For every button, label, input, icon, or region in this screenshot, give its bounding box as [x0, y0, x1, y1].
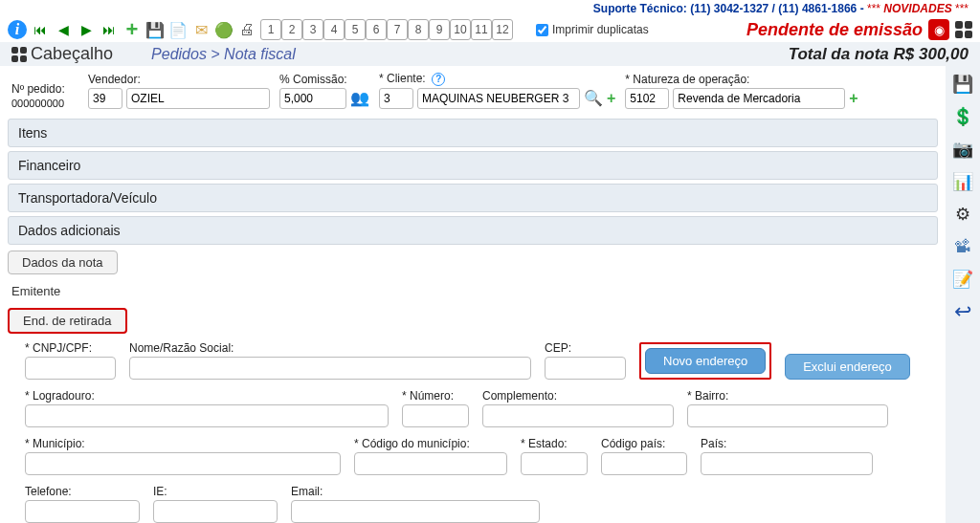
accordion-transportadora[interactable]: Transportadora/Veículo	[8, 184, 938, 212]
npedido-label: Nº pedido:	[11, 82, 78, 96]
first-icon[interactable]: ⏮	[31, 20, 50, 39]
cep-input[interactable]	[545, 357, 626, 380]
save-icon[interactable]: 💾	[145, 20, 165, 39]
camera-side-icon[interactable]: 📷	[950, 137, 975, 162]
imprimir-duplicatas-checkbox[interactable]: Imprimir duplicatas	[536, 23, 649, 36]
add-icon[interactable]: +	[122, 20, 142, 39]
info-icon[interactable]: i	[8, 20, 27, 39]
numbox-9[interactable]: 9	[429, 19, 450, 40]
comissao-input[interactable]	[279, 88, 346, 109]
npedido-value: 000000000	[11, 98, 78, 109]
last-icon[interactable]: ⏭	[100, 20, 119, 39]
print-icon[interactable]: 🖨	[237, 20, 256, 39]
vendedor-name-input[interactable]	[126, 88, 270, 109]
vendedor-label: Vendedor:	[88, 73, 270, 86]
save-side-icon[interactable]: 💾	[950, 72, 975, 97]
novo-endereco-button[interactable]: Novo endereço	[645, 348, 766, 374]
doc-icon[interactable]: 📄	[168, 20, 188, 39]
numbox-4[interactable]: 4	[323, 19, 345, 40]
municipio-input[interactable]	[25, 452, 341, 475]
edit-side-icon[interactable]: 📝	[950, 267, 975, 292]
people-icon[interactable]: 👥	[350, 89, 369, 107]
numbox-10[interactable]: 10	[450, 19, 471, 40]
tab-dados-nota[interactable]: Dados da nota	[8, 251, 118, 274]
top-support-bar: Suporte Técnico: (11) 3042-1327 / (11) 4…	[0, 0, 980, 17]
mail-icon[interactable]: ✉	[191, 20, 211, 39]
cod-municipio-input[interactable]	[354, 452, 507, 475]
accordion-itens[interactable]: Itens	[8, 119, 938, 147]
numbox-11[interactable]: 11	[471, 19, 492, 40]
gear-side-icon[interactable]: ⚙	[950, 202, 975, 227]
comissao-label: % Comissão:	[279, 73, 369, 86]
bairro-input[interactable]	[687, 404, 888, 427]
natureza-label: * Natureza de operação:	[625, 73, 858, 86]
end-retirada-form: * CNPJ/CPF: Nome/Razão Social: CEP: Novo…	[0, 334, 946, 524]
breadcrumb-bar: Cabeçalho Pedidos > Nota fiscal Total da…	[0, 42, 980, 66]
numbox-6[interactable]: 6	[366, 19, 387, 40]
accordion-dados-adicionais[interactable]: Dados adicionais	[8, 216, 938, 245]
cnpj-input[interactable]	[25, 357, 116, 380]
numero-input[interactable]	[402, 404, 469, 427]
tab-emitente[interactable]: Emitente	[8, 280, 74, 302]
complemento-input[interactable]	[482, 404, 674, 427]
cabecalho-title: Cabeçalho	[31, 44, 113, 64]
apps-icon[interactable]	[955, 21, 972, 38]
natureza-desc-input[interactable]	[673, 88, 845, 109]
numbox-1[interactable]: 1	[260, 19, 281, 40]
numbox-8[interactable]: 8	[408, 19, 429, 40]
numbox-12[interactable]: 12	[492, 19, 513, 40]
help-icon[interactable]: ?	[432, 73, 445, 86]
numbox-5[interactable]: 5	[345, 19, 366, 40]
add-cliente-icon[interactable]: +	[607, 90, 615, 107]
novidades-link[interactable]: NOVIDADES	[883, 2, 951, 15]
tab-end-retirada[interactable]: End. de retirada	[8, 308, 127, 334]
cod-pais-input[interactable]	[601, 452, 687, 475]
breadcrumb-path: Pedidos > Nota fiscal	[151, 46, 296, 63]
main-toolbar: i ⏮ ◀ ▶ ⏭ + 💾 📄 ✉ 🟢 🖨 123456789101112 Im…	[0, 17, 980, 42]
exclui-endereco-button[interactable]: Exclui endereço	[785, 354, 910, 380]
numbox-2[interactable]: 2	[281, 19, 302, 40]
cliente-code-input[interactable]	[379, 88, 413, 109]
logradouro-input[interactable]	[25, 404, 389, 427]
pendente-emissao-status: Pendente de emissão	[746, 20, 923, 40]
next-icon[interactable]: ▶	[77, 20, 96, 39]
back-arrow-icon[interactable]: ↩	[950, 299, 975, 324]
presentation-side-icon[interactable]: 📽	[950, 234, 975, 259]
vendedor-code-input[interactable]	[88, 88, 122, 109]
header-fields: Nº pedido: 000000000 Vendedor: % Comissã…	[0, 66, 946, 115]
numbox-3[interactable]: 3	[302, 19, 323, 40]
right-sidebar: 💾 💲 📷 📊 ⚙ 📽 📝 ↩	[946, 66, 980, 523]
accordion-financeiro[interactable]: Financeiro	[8, 151, 938, 180]
whatsapp-icon[interactable]: 🟢	[214, 20, 234, 39]
telefone-input[interactable]	[25, 500, 140, 523]
add-natureza-icon[interactable]: +	[849, 90, 858, 107]
record-icon[interactable]: ◉	[928, 19, 949, 40]
search-icon[interactable]: 🔍	[584, 89, 603, 107]
suporte-text: Suporte Técnico: (11) 3042-1327 / (11) 4…	[593, 2, 867, 15]
cliente-label: * Cliente: ?	[379, 72, 615, 86]
imprimir-checkbox-input[interactable]	[536, 24, 548, 36]
money-side-icon[interactable]: 💲	[950, 104, 975, 129]
cliente-name-input[interactable]	[417, 88, 580, 109]
cabecalho-icon	[11, 47, 27, 62]
report-side-icon[interactable]: 📊	[950, 169, 975, 194]
estado-input[interactable]	[521, 452, 588, 475]
nome-input[interactable]	[129, 357, 531, 380]
ie-input[interactable]	[153, 500, 278, 523]
numbox-7[interactable]: 7	[387, 19, 408, 40]
prev-icon[interactable]: ◀	[54, 20, 73, 39]
email-input[interactable]	[291, 500, 540, 523]
total-nota: Total da nota R$ 300,00	[789, 45, 969, 64]
natureza-code-input[interactable]	[625, 88, 669, 109]
pais-input[interactable]	[701, 452, 873, 475]
